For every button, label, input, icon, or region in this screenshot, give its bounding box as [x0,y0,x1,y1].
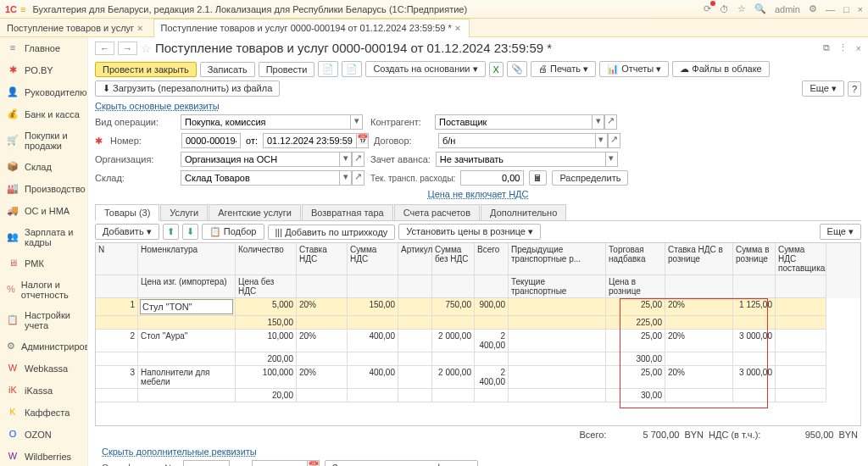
move-up-button[interactable]: ⬆ [163,224,179,240]
close-tab-icon[interactable]: × [455,19,460,37]
user-label[interactable]: admin [775,4,800,14]
more-button[interactable]: Еще ▾ [802,80,843,97]
sidebar-item[interactable]: KКаффеста [0,402,87,424]
sidebar-item[interactable]: iKiKassa [0,380,87,402]
table-subrow[interactable]: 200,00300,00 [96,352,860,366]
sidebar-item[interactable]: ≡Главное [0,37,87,59]
history-icon[interactable]: ⏱ [720,4,729,14]
calendar-icon[interactable]: 📅 [307,460,320,466]
minimize-icon[interactable]: — [826,4,835,14]
table-subrow[interactable]: 150,00225,00 [96,316,860,330]
sidebar-item[interactable]: 🛒Покупки и продажи [0,125,87,156]
doc-tab[interactable]: Дополнительно [481,204,566,220]
distribute-button[interactable]: Распределить [552,170,628,186]
transport-field[interactable] [460,170,524,186]
sidebar-item[interactable]: 👤Руководителю [0,81,87,103]
create-based-button[interactable]: Создать на основании ▾ [365,61,485,77]
popout-icon[interactable]: ⧉ [823,42,830,53]
nav-fwd[interactable]: → [118,42,137,55]
hide-extra-link[interactable]: Скрыть дополнительные реквизиты [95,445,264,458]
invoice-date-field[interactable] [252,460,307,466]
menu-icon[interactable]: ≡ [20,4,25,14]
sidebar-item[interactable]: 📋Настройки учета [0,305,87,336]
write-button[interactable]: Записать [200,62,255,77]
table-row[interactable]: 1Стул "TON"5,00020%150,00750,00900,0025,… [96,298,860,316]
column-header[interactable]: Сумма НДС [348,243,398,275]
column-header[interactable]: Торговая надбавка [606,243,665,275]
calendar-icon[interactable]: 📅 [356,133,369,148]
counter-field[interactable] [435,114,592,130]
column-header[interactable]: Сумма без НДС [432,243,475,275]
advance-field[interactable] [436,152,605,167]
post-close-button[interactable]: Провести и закрыть [95,62,197,77]
column-header[interactable]: Ставка НДС в рознице [665,243,733,275]
doc-tab[interactable]: Услуги [160,204,208,220]
goods-grid[interactable]: NНоменклатураКоличествоСтавка НДССумма Н… [95,242,861,426]
open-icon[interactable]: ↗ [608,133,620,148]
attach-button[interactable]: 📎 [507,61,527,77]
sidebar-item[interactable]: %Налоги и отчетность [0,275,87,305]
column-header[interactable]: Сумма в рознице [733,243,776,275]
grid-more-button[interactable]: Еще ▾ [820,224,861,240]
favorite-icon[interactable]: ☆ [737,3,746,14]
print-button[interactable]: 🖨 Печать ▾ [531,61,596,77]
sidebar-item[interactable]: 💰Банк и касса [0,103,87,125]
selection-button[interactable]: 📋 Подбор [202,224,264,240]
op-type-field[interactable] [181,114,350,130]
set-prices-button[interactable]: Установить цены в рознице ▾ [398,224,541,240]
add-barcode-button[interactable]: ||| Добавить по штрихкоду [268,225,396,240]
num-field[interactable] [181,133,241,148]
doc-tab[interactable]: Товары (3) [95,204,159,221]
search-icon[interactable]: 🔍 [754,3,766,14]
tab-document[interactable]: Поступление товаров и услуг 0000-000194 … [153,19,470,37]
dropdown-icon[interactable]: ▾ [350,114,363,130]
calc-icon[interactable]: 🖩 [529,170,547,186]
settings-icon[interactable]: ⚙ [809,3,817,14]
column-header[interactable]: Сумма НДС поставщика [776,243,826,275]
doc-tab[interactable]: Счета расчетов [394,204,480,220]
close-icon[interactable]: × [858,4,863,14]
dropdown-icon[interactable]: ▾ [605,152,618,167]
post-icon-button[interactable]: 📄 [318,61,338,77]
table-row[interactable]: 3Наполнители для мебели100,00020%400,002… [96,366,860,389]
load-file-button[interactable]: ⬇ Загрузить (перезаполнить) из файла [95,80,280,97]
favorite-star-icon[interactable]: ☆ [141,42,152,55]
sidebar-item[interactable]: ⚙Администрирование [0,336,87,358]
dropdown-icon[interactable]: ▾ [339,152,352,167]
sidebar-item[interactable]: 🚚ОС и НМА [0,200,87,222]
reports-button[interactable]: 📊 Отчеты ▾ [599,61,669,77]
more-menu-icon[interactable]: ⋮ [838,42,848,53]
sidebar-item[interactable]: OOZON [0,424,87,446]
open-icon[interactable]: ↗ [352,152,364,167]
warehouse-field[interactable] [181,170,339,186]
column-header[interactable]: Ставка НДС [297,243,348,275]
close-doc-icon[interactable]: × [856,43,861,53]
doc-tab[interactable]: Возвратная тара [302,204,393,220]
nav-back[interactable]: ← [95,42,114,55]
date-field[interactable] [263,133,356,148]
open-icon[interactable]: ↗ [604,114,617,130]
reg-invoice-button[interactable]: Зарегистрировать счет-фактуру [325,460,478,466]
dropdown-icon[interactable]: ▾ [595,133,608,148]
sidebar-item[interactable]: 🏭Производство [0,178,87,200]
notifications-icon[interactable]: ⟳ [704,3,711,14]
price-mode-link[interactable]: Цена не включает НДС [421,187,536,201]
post-button[interactable]: Провести [259,62,315,77]
maximize-icon[interactable]: □ [843,4,849,14]
column-header[interactable]: Количество [236,243,297,275]
dropdown-icon[interactable]: ▾ [592,114,604,130]
column-header[interactable]: Предыдущие транспортные р... [509,243,606,275]
column-header[interactable]: N [96,243,138,275]
sidebar-item[interactable]: 🖥РМК [0,252,87,275]
close-tab-icon[interactable]: × [137,19,142,37]
column-header[interactable]: Всего [475,243,509,275]
table-subrow[interactable]: 20,0030,00 [96,389,860,402]
unpost-icon-button[interactable]: 📄 [342,61,362,77]
contract-field[interactable] [438,133,595,148]
org-field[interactable] [181,152,339,167]
invoice-num-field[interactable] [183,460,230,466]
sidebar-item[interactable]: WWebkassa [0,358,87,380]
add-row-button[interactable]: Добавить ▾ [95,224,159,240]
dropdown-icon[interactable]: ▾ [339,170,352,186]
tab-list[interactable]: Поступление товаров и услуг × [0,19,152,37]
